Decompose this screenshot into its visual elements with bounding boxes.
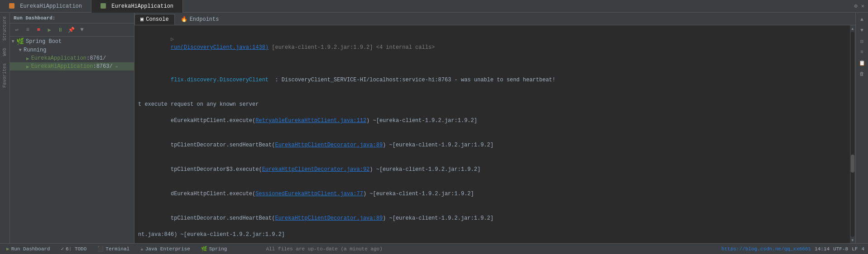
eureka-app-name: EurekaApplication	[31, 55, 86, 61]
link-sessioned[interactable]: SessionedEurekaHttpClient.java:77	[255, 191, 363, 197]
todo-label: 6: TODO	[66, 246, 86, 252]
java-icon: ☕	[140, 246, 144, 252]
todo-icon: ✓	[61, 246, 64, 252]
edit-icon[interactable]: ✏	[115, 64, 118, 69]
status-terminal[interactable]: ⬛ Terminal	[95, 246, 132, 252]
title-tab-label-1: EurekaHiApplication	[20, 3, 82, 9]
link-heartbeat-1[interactable]: EurekaHttpClientDecorator.java:89	[275, 142, 383, 148]
toolbar-btn-pin[interactable]: 📌	[66, 25, 76, 35]
close-icon[interactable]: ✕	[861, 3, 864, 9]
eureka-app-label: EurekaApplication:8761/	[31, 55, 106, 61]
tree-item-running[interactable]: ▶ Running	[10, 46, 134, 54]
endpoints-tab-label: Endpoints	[190, 14, 219, 25]
running-label: Running	[24, 47, 46, 53]
endpoints-tab-icon: 🔥	[181, 14, 187, 25]
log-line-1: ▷ run(DiscoveryClient.java:1438) [eureka…	[138, 27, 846, 60]
scroll-down-arrow[interactable]: ▼	[850, 238, 855, 242]
log-blank-1	[138, 60, 846, 68]
tab-icon-2	[101, 3, 106, 9]
console-tab-icon: ▣	[140, 14, 144, 25]
sidebar-content: ▶ 🌿 Spring Boot ▶ Running ▶ EurekaApplic…	[10, 37, 134, 243]
link-retryable[interactable]: RetryableEurekaHttpClient.java:112	[255, 118, 366, 124]
right-btn-down[interactable]: ▼	[857, 25, 867, 35]
right-btn-up[interactable]: ▲	[857, 14, 867, 24]
sidebar-header: Run Dashboard:	[10, 13, 134, 24]
status-message: All files are up-to-date (a minute ago)	[266, 246, 382, 252]
favorites-label[interactable]: Favorites	[2, 60, 7, 91]
status-lf: LF	[852, 246, 858, 252]
console-with-scroll: ▷ run(DiscoveryClient.java:1438) [eureka…	[134, 25, 855, 243]
web-label[interactable]: Web	[2, 44, 7, 60]
toolbar-btn-list[interactable]: ≡	[23, 25, 33, 35]
discovery-prefix-1: flix.discovery.DiscoveryClient	[171, 77, 269, 83]
right-btn-wrap[interactable]: ⊡	[857, 36, 867, 46]
structure-label[interactable]: Structure	[2, 13, 7, 44]
status-java-enterprise[interactable]: ☕ Java Enterprise	[138, 246, 193, 252]
log-blank-2	[138, 92, 846, 100]
spring-label: Spring	[209, 246, 227, 252]
eureka-hi-app-label: EurekaHiApplication:8763/	[31, 63, 113, 70]
right-btn-copy[interactable]: 📋	[857, 58, 867, 68]
log-link-retryable: eEurekaHttpClient.execute(RetryableEurek…	[138, 108, 846, 133]
log-execute-request: t execute request on any known server	[138, 100, 846, 108]
toolbar-btn-pause[interactable]: ⏸	[55, 25, 65, 35]
status-todo[interactable]: ✓ 6: TODO	[58, 246, 89, 252]
eureka-hi-app-name: EurekaHiApplication	[31, 63, 93, 70]
arrow-running: ▶	[18, 49, 23, 52]
arrow-spring-boot: ▶	[10, 40, 16, 42]
toolbar-btn-rerun[interactable]: ↩	[12, 25, 22, 35]
toolbar-btn-play[interactable]: ▶	[44, 25, 54, 35]
spring-boot-label: Spring Boot	[26, 38, 62, 45]
sidebar: Run Dashboard: ↩ ≡ ■ ▶ ⏸ 📌 ▼ ▶ 🌿 Spring …	[10, 13, 134, 243]
scroll-thumb[interactable]	[851, 155, 854, 173]
title-tab-2[interactable]: EurekaHiApplication	[91, 0, 183, 13]
log-jar-1: [eureka-client-1.9.2.jar:1.9.2] <4 inter…	[269, 44, 435, 51]
status-left: ▶ Run Dashboard ✓ 6: TODO ⬛ Terminal ☕ J…	[4, 246, 230, 252]
link-discovery-1438[interactable]: run(DiscoveryClient.java:1438)	[171, 44, 269, 51]
console-output[interactable]: ▷ run(DiscoveryClient.java:1438) [eureka…	[134, 25, 850, 243]
tab-console[interactable]: ▣ Console	[134, 14, 175, 25]
console-area: ▣ Console 🔥 Endpoints ▷ run(DiscoveryCli…	[134, 13, 855, 243]
status-utf: UTF-8	[833, 246, 848, 252]
console-tab-label: Console	[146, 14, 168, 25]
log-link-sessioned: dEurekaHttpClient.execute(SessionedEurek…	[138, 182, 846, 206]
tree-item-eureka-hi-app[interactable]: ▶ EurekaHiApplication:8763/ ✏	[10, 62, 134, 71]
spring-status-icon: 🌿	[201, 246, 207, 252]
tab-endpoints[interactable]: 🔥 Endpoints	[175, 14, 225, 25]
discovery-msg-1: : DiscoveryClient_SERVICE-HI/localhost:s…	[269, 77, 556, 83]
log-line-collapse-2: ▷ (DiscoveryClient.java:1399) [eureka-cl…	[138, 239, 846, 243]
run-dashboard-label: Run Dashboard	[11, 246, 50, 252]
scroll-up-arrow[interactable]: ▲	[850, 26, 855, 31]
status-url: https://blog.csdn.ne/qq_xx6661	[721, 246, 811, 252]
eureka-hi-app-port: :8763/	[93, 63, 112, 70]
java-enterprise-label: Java Enterprise	[145, 246, 190, 252]
status-indent: 4	[861, 246, 864, 252]
toolbar-btn-filter[interactable]: ▼	[77, 25, 87, 35]
left-labels: Structure Web Favorites	[0, 13, 10, 243]
right-btn-clear[interactable]: 🗑	[857, 69, 867, 79]
scroll-track[interactable]	[851, 32, 854, 237]
settings-icon[interactable]: ⚙	[854, 3, 858, 9]
right-toolbar: ▲ ▼ ⊡ ≡ 📋 🗑	[855, 13, 868, 243]
status-run-dashboard[interactable]: ▶ Run Dashboard	[4, 246, 53, 252]
spring-icon: 🌿	[16, 38, 24, 45]
scrollbar-vertical[interactable]: ▲ ▼	[850, 25, 855, 243]
run-icon-eureka: ▶	[26, 56, 29, 61]
status-line-col: 14:14	[815, 246, 830, 252]
eureka-app-port: :8761/	[86, 55, 106, 61]
toolbar-btn-stop[interactable]: ■	[34, 25, 43, 35]
run-icon-eureka-hi: ▶	[26, 64, 29, 70]
terminal-icon: ⬛	[97, 246, 104, 252]
console-tabs: ▣ Console 🔥 Endpoints	[134, 13, 855, 25]
status-spring[interactable]: 🌿 Spring	[198, 246, 230, 252]
tree-item-eureka-app[interactable]: ▶ EurekaApplication:8761/	[10, 54, 134, 62]
collapse-icon-1[interactable]: ▷	[171, 36, 174, 42]
tab-icon-1	[9, 3, 14, 9]
tree-item-spring-boot[interactable]: ▶ 🌿 Spring Boot	[10, 37, 134, 46]
right-btn-soft-wrap[interactable]: ≡	[857, 47, 867, 57]
run-dashboard-icon: ▶	[6, 246, 10, 252]
title-tab-label-2: EurekaHiApplication	[111, 3, 173, 9]
title-tab-1[interactable]: EurekaHiApplication	[0, 0, 91, 13]
link-execute-92[interactable]: EurekaHttpClientDecorator.java:92	[262, 166, 370, 173]
link-heartbeat-2[interactable]: EurekaHttpClientDecorator.java:89	[275, 215, 383, 221]
